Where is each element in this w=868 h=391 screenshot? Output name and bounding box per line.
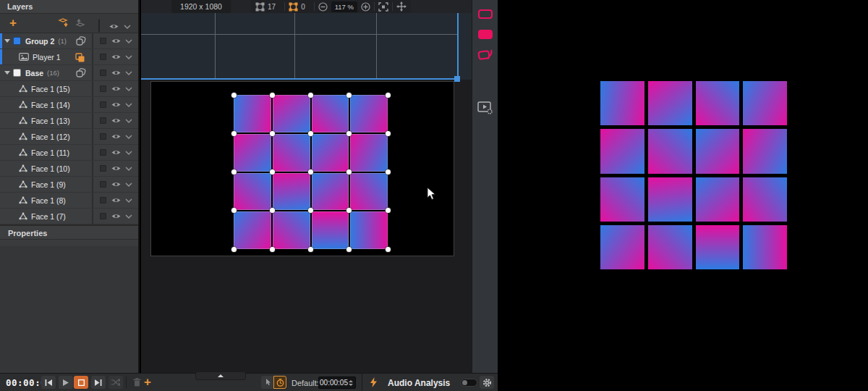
layer-expand-button[interactable] — [125, 182, 132, 188]
layer-visibility-button[interactable] — [111, 181, 121, 188]
vertex-handle[interactable] — [231, 247, 237, 252]
layer-row-face-1-9[interactable]: Face 1 (9) — [0, 177, 138, 193]
warp-points-icon[interactable] — [255, 2, 265, 12]
selection-corner-handle[interactable] — [454, 76, 460, 82]
layer-expand-button[interactable] — [125, 86, 132, 92]
face-cell-14[interactable] — [273, 211, 310, 249]
layer-row-face-1-11[interactable]: Face 1 (11) — [0, 145, 138, 161]
layer-solo-checkbox[interactable] — [100, 213, 106, 219]
vertex-handle[interactable] — [231, 208, 237, 213]
face-cell-2[interactable] — [273, 95, 310, 133]
face-cell-11[interactable] — [312, 173, 349, 211]
delete-sequence-button[interactable] — [129, 376, 144, 389]
layer-color-swatch[interactable] — [13, 69, 21, 77]
audio-analysis-toggle[interactable] — [461, 379, 477, 387]
layer-visibility-button[interactable] — [111, 133, 121, 140]
layer-solo-checkbox[interactable] — [100, 54, 106, 60]
layer-row-base[interactable]: Base(16) — [0, 65, 138, 81]
face-cell-3[interactable] — [312, 95, 349, 133]
duration-stepper[interactable] — [349, 380, 355, 386]
layer-color-swatch[interactable] — [13, 37, 21, 45]
properties-panel-title[interactable]: Properties — [0, 224, 138, 240]
stop-button[interactable] — [74, 376, 88, 389]
layer-expand-button[interactable] — [125, 150, 132, 156]
disclosure-triangle-icon[interactable] — [4, 71, 10, 75]
layer-visibility-button[interactable] — [111, 149, 121, 156]
manual-trigger-mode-button[interactable] — [261, 376, 273, 389]
layer-visibility-button[interactable] — [111, 38, 121, 44]
layer-row-player-1[interactable]: Player 1 — [0, 49, 138, 65]
layer-visibility-button[interactable] — [111, 54, 121, 60]
timeline-expand-tab[interactable] — [195, 371, 246, 380]
vertex-handle[interactable] — [270, 247, 275, 252]
audio-settings-button[interactable] — [480, 376, 494, 389]
vertex-handle[interactable] — [386, 93, 391, 98]
projection-stage[interactable] — [150, 81, 454, 256]
layer-solo-checkbox[interactable] — [100, 70, 106, 76]
vertex-handle[interactable] — [231, 93, 237, 98]
vertex-handle[interactable] — [346, 247, 352, 252]
face-cell-12[interactable] — [350, 173, 388, 211]
layer-solo-checkbox[interactable] — [100, 101, 106, 108]
vertex-handle[interactable] — [308, 247, 313, 252]
vertex-handle[interactable] — [386, 247, 391, 252]
layer-expand-button[interactable] — [125, 102, 132, 108]
vertex-handle[interactable] — [231, 169, 237, 175]
vertex-handle[interactable] — [308, 131, 313, 136]
zoom-level[interactable]: 117 % — [331, 1, 357, 12]
zoom-out-icon[interactable] — [318, 2, 328, 12]
vertex-handle[interactable] — [308, 93, 313, 98]
vertex-handle[interactable] — [270, 208, 275, 213]
vertex-handle[interactable] — [270, 169, 275, 175]
face-cell-5[interactable] — [234, 134, 271, 172]
layer-visibility-button[interactable] — [111, 165, 121, 172]
face-cell-6[interactable] — [273, 134, 310, 172]
layer-solo-checkbox[interactable] — [100, 133, 106, 140]
layer-row-face-1-7[interactable]: Face 1 (7) — [0, 209, 138, 224]
warp-points-active-icon[interactable] — [289, 2, 298, 12]
shape-outline-tool[interactable] — [472, 9, 498, 19]
vertex-handle[interactable] — [386, 208, 391, 213]
vertex-handle[interactable] — [386, 169, 391, 175]
layer-visibility-button[interactable] — [111, 213, 121, 219]
layer-solo-checkbox[interactable] — [100, 149, 106, 156]
layer-visibility-button[interactable] — [111, 101, 121, 108]
face-cell-4[interactable] — [350, 95, 388, 133]
layer-solo-checkbox[interactable] — [100, 38, 106, 44]
face-cell-15[interactable] — [312, 211, 349, 249]
vertex-handle[interactable] — [346, 93, 352, 98]
vertex-handle[interactable] — [386, 131, 391, 136]
skip-end-button[interactable] — [91, 376, 106, 389]
zoom-in-icon[interactable] — [361, 2, 370, 12]
face-grid[interactable] — [234, 95, 388, 249]
layer-row-face-1-14[interactable]: Face 1 (14) — [0, 97, 138, 113]
layer-expand-button[interactable] — [125, 54, 132, 60]
face-cell-16[interactable] — [350, 211, 388, 249]
layer-solo-checkbox[interactable] — [100, 181, 106, 188]
solo-column-icon[interactable] — [98, 19, 100, 33]
play-button[interactable] — [59, 376, 73, 389]
layer-expand-button[interactable] — [125, 198, 132, 203]
face-cell-1[interactable] — [234, 95, 271, 133]
face-cell-9[interactable] — [234, 173, 271, 211]
layer-visibility-button[interactable] — [111, 197, 121, 203]
pan-icon[interactable] — [396, 1, 407, 12]
shuffle-button[interactable] — [109, 376, 123, 389]
vertex-handle[interactable] — [308, 169, 313, 175]
move-layer-back-button[interactable] — [58, 18, 69, 31]
face-cell-7[interactable] — [312, 134, 349, 172]
layer-row-face-1-10[interactable]: Face 1 (10) — [0, 161, 138, 177]
face-cell-13[interactable] — [234, 211, 271, 249]
layer-row-face-1-15[interactable]: Face 1 (15) — [0, 81, 138, 97]
add-sequence-button[interactable]: + — [144, 375, 151, 390]
layer-row-face-1-12[interactable]: Face 1 (12) — [0, 129, 138, 145]
layer-solo-checkbox[interactable] — [100, 117, 106, 124]
add-layer-button[interactable]: + — [9, 16, 17, 30]
skip-start-button[interactable] — [41, 376, 56, 389]
layer-visibility-button[interactable] — [111, 85, 121, 92]
default-duration-input[interactable]: 00:00:05 — [318, 377, 356, 389]
player-settings-tool[interactable] — [472, 101, 498, 114]
layer-expand-button[interactable] — [125, 38, 132, 44]
disclosure-triangle-icon[interactable] — [4, 39, 10, 43]
layer-solo-checkbox[interactable] — [100, 165, 106, 172]
